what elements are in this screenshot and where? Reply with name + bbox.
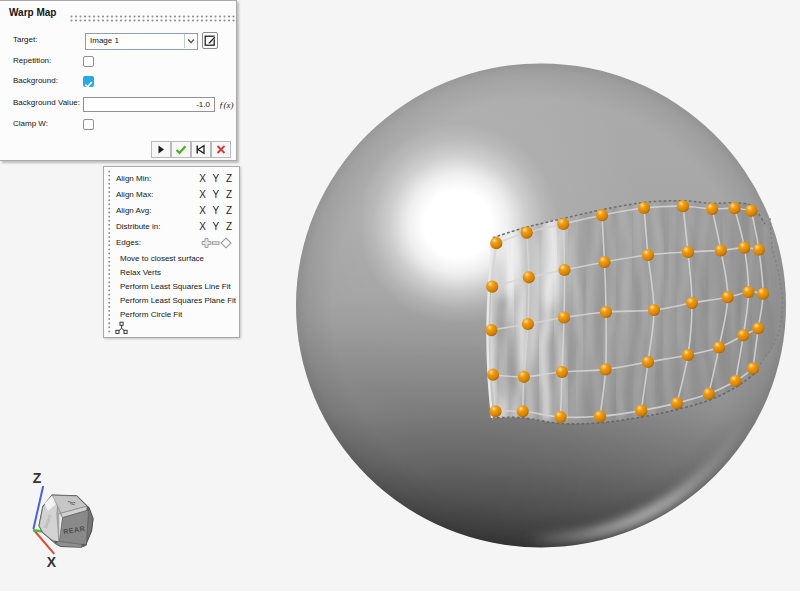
svg-text:Z: Z (33, 470, 42, 486)
svg-text:X: X (47, 554, 57, 570)
